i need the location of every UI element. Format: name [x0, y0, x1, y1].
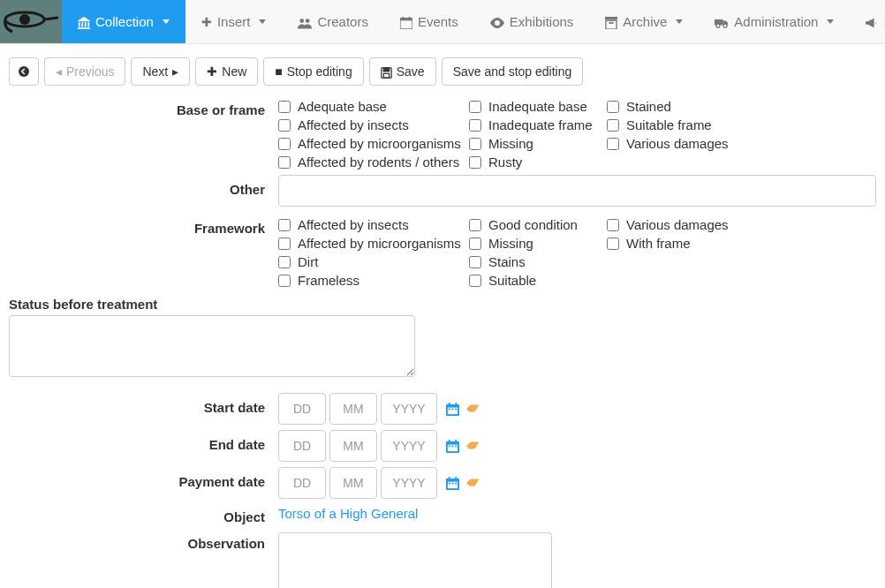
next-button[interactable]: Next ▸ [131, 57, 190, 86]
svg-rect-22 [449, 409, 450, 411]
svg-rect-5 [400, 18, 412, 20]
row-framework: Framework Affected by insectsGood condit… [9, 217, 876, 288]
checkbox[interactable] [278, 275, 291, 287]
nav-administration[interactable]: Administration [699, 0, 850, 43]
checkbox[interactable] [607, 101, 619, 113]
calendar-icon[interactable] [446, 438, 459, 454]
checkbox[interactable] [469, 275, 481, 287]
nav-creators[interactable]: Creators [282, 0, 384, 43]
other-input[interactable] [278, 175, 876, 207]
start-date-day[interactable] [278, 393, 326, 425]
caret-icon [827, 19, 834, 24]
eraser-icon[interactable] [466, 438, 480, 454]
eraser-icon[interactable] [466, 401, 480, 417]
checkbox[interactable] [278, 219, 291, 231]
svg-rect-21 [455, 403, 457, 406]
row-object: Object Torso of a High General [9, 506, 876, 525]
checkbox-item: Inadequate base [469, 99, 601, 114]
checkbox[interactable] [278, 156, 291, 169]
archive-icon [605, 14, 617, 28]
svg-rect-9 [606, 20, 616, 29]
checkbox[interactable] [278, 119, 291, 132]
checkbox[interactable] [469, 237, 481, 250]
object-link[interactable]: Torso of a High General [278, 506, 418, 521]
end-date-day[interactable] [278, 430, 326, 462]
calendar-icon[interactable] [446, 401, 459, 417]
label-base-frame: Base or frame [9, 99, 278, 117]
checkbox-item: Stains [469, 254, 601, 269]
eye-icon [0, 9, 62, 35]
end-date-month[interactable] [329, 430, 377, 462]
checkbox[interactable] [278, 138, 291, 150]
start-date-month[interactable] [329, 393, 377, 425]
stop-editing-button[interactable]: ■ Stop editing [263, 57, 363, 86]
previous-button[interactable]: ◂ Previous [44, 57, 125, 86]
nav-archive[interactable]: Archive [589, 0, 699, 43]
row-base-frame: Base or frame Adequate baseInadequate ba… [9, 99, 876, 170]
row-status-before: Status before treatment [9, 297, 876, 380]
checkbox[interactable] [469, 256, 481, 268]
svg-rect-10 [609, 22, 614, 24]
nav-exhibitions-label: Exhibitions [510, 14, 574, 29]
eraser-icon[interactable] [466, 475, 480, 491]
new-button[interactable]: ✚ New [195, 57, 258, 86]
save-button[interactable]: Save [369, 57, 436, 86]
plus-icon: ✚ [201, 15, 212, 29]
back-button[interactable] [9, 57, 39, 86]
checkbox-label: Affected by microorganisms [298, 136, 461, 151]
truck-icon [715, 15, 729, 29]
end-date-year[interactable] [381, 430, 437, 462]
checkbox[interactable] [278, 256, 291, 268]
checkbox-label: With frame [626, 236, 691, 251]
checkbox-item: Affected by insects [278, 217, 464, 232]
payment-date-month[interactable] [329, 467, 377, 499]
svg-rect-30 [452, 446, 454, 448]
checkbox[interactable] [469, 156, 481, 169]
observation-textarea[interactable] [278, 532, 552, 588]
checkbox[interactable] [607, 237, 619, 250]
checkbox-label: Dirt [298, 254, 318, 269]
svg-rect-28 [455, 440, 457, 443]
checkbox[interactable] [607, 119, 619, 132]
svg-rect-27 [449, 440, 450, 443]
calendar-icon[interactable] [446, 475, 459, 491]
brand-logo[interactable] [0, 0, 62, 43]
caret-icon [676, 19, 683, 24]
status-before-textarea[interactable] [9, 315, 415, 377]
start-date-year[interactable] [381, 393, 437, 425]
payment-date-year[interactable] [381, 467, 437, 499]
floppy-icon [381, 64, 392, 79]
checkbox[interactable] [469, 219, 481, 231]
checkbox[interactable] [469, 101, 481, 113]
checkbox-item: Affected by microorganisms [278, 136, 464, 151]
checkbox[interactable] [607, 219, 619, 231]
checkbox[interactable] [469, 119, 481, 132]
label-start-date: Start date [9, 393, 278, 415]
nav-exhibitions[interactable]: Exhibitions [474, 0, 590, 43]
eye-icon [490, 15, 504, 29]
nav-collection-label: Collection [95, 14, 154, 29]
svg-rect-7 [409, 17, 411, 20]
checkbox-item: Suitable [469, 273, 601, 288]
nav-issues[interactable]: Issues [850, 0, 885, 43]
checkbox[interactable] [278, 237, 291, 250]
save-and-stop-button[interactable]: Save and stop editing [442, 57, 584, 86]
svg-rect-36 [449, 483, 450, 485]
svg-point-3 [306, 19, 310, 23]
checkbox[interactable] [278, 101, 291, 113]
checkbox-label: Various damages [626, 217, 729, 232]
nav-insert[interactable]: ✚ Insert [185, 0, 283, 43]
nav-events[interactable]: Events [384, 0, 474, 43]
label-end-date: End date [9, 430, 278, 452]
bank-icon [78, 14, 90, 28]
checkbox-item: Frameless [278, 273, 464, 288]
chevron-left-icon: ◂ [56, 64, 62, 79]
checkbox-label: Stains [488, 254, 526, 269]
checkbox-item: Stained [607, 99, 766, 114]
checkbox-label: Frameless [298, 273, 359, 288]
payment-date-day[interactable] [278, 467, 326, 499]
checkbox[interactable] [469, 138, 481, 150]
checkbox-item: Affected by insects [278, 117, 464, 132]
nav-collection[interactable]: Collection [62, 0, 185, 43]
checkbox[interactable] [607, 138, 619, 150]
